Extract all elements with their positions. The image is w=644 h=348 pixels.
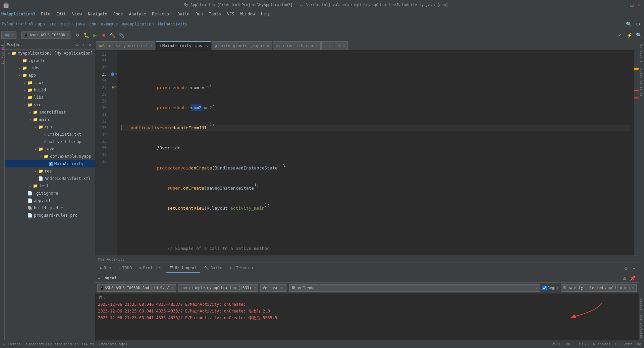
logcat-layout-btn[interactable]: ⊞ bbox=[621, 275, 628, 281]
search-btn[interactable]: 🔍 bbox=[625, 20, 633, 28]
tab-run[interactable]: ▶ Run bbox=[97, 264, 114, 273]
menu-edit[interactable]: Edit bbox=[54, 11, 69, 17]
profiler-btn[interactable]: ⚡ bbox=[625, 31, 633, 39]
settings-btn[interactable]: ⚙ bbox=[634, 20, 642, 28]
tree-item-app[interactable]: ▾ 📁 app bbox=[5, 72, 95, 79]
tree-item-com-example[interactable]: ▾ 📁 com.example.myapp bbox=[5, 153, 95, 160]
tab-close-mainactivity[interactable]: ✕ bbox=[206, 44, 208, 48]
tab-native-lib-cpp[interactable]: © native-lib.cpp ✕ bbox=[273, 41, 321, 50]
tree-item-androidmanifest[interactable]: 📄 AndroidManifest.xml bbox=[5, 175, 95, 182]
menu-build[interactable]: Build bbox=[175, 11, 192, 17]
tab-terminal[interactable]: >_ Terminal bbox=[226, 264, 259, 273]
code-content[interactable]: private double num = 1; private double n… bbox=[117, 50, 634, 256]
maximize-button[interactable]: □ bbox=[629, 2, 635, 8]
tree-item-gradle[interactable]: ▸ 📁 .gradle bbox=[5, 57, 95, 64]
tab-close-activity-main[interactable]: ✕ bbox=[150, 44, 152, 48]
run-btn[interactable]: ▶ bbox=[91, 31, 99, 39]
tab-build[interactable]: 🔨 Build bbox=[201, 264, 226, 273]
log-scroll-up-btn[interactable]: ↑ bbox=[107, 295, 110, 300]
tree-item-native-lib-cpp[interactable]: © native-lib.cpp bbox=[5, 138, 95, 145]
breadcrumb-mainactivity[interactable]: MainActivity bbox=[158, 22, 187, 26]
breadcrumb-java[interactable]: java bbox=[75, 22, 85, 26]
tree-item-cmakelist[interactable]: △ CMakeLists.txt bbox=[5, 131, 95, 138]
module-select[interactable]: app ▼ bbox=[1, 31, 16, 39]
tree-item-java-dir[interactable]: ▾ 📁 java bbox=[5, 145, 95, 153]
tab-logcat[interactable]: ☰ 6: Logcat bbox=[166, 264, 200, 273]
tree-item-mainactivity[interactable]: C MainActivity bbox=[5, 160, 95, 167]
breadcrumb-myapplication[interactable]: myapplication bbox=[122, 22, 154, 26]
tree-item-idea[interactable]: ▸ 📁 .idea bbox=[5, 64, 95, 72]
tab-mainactivity-java[interactable]: J MainActivity.java ✕ bbox=[156, 41, 211, 50]
log-content[interactable]: 🗑 ↓ ↑ 2023-12-06 21:25:08.040 4833-4833/… bbox=[95, 293, 639, 340]
logcat-search-box[interactable]: 🔍 ✕ bbox=[289, 284, 540, 292]
menu-window[interactable]: Window bbox=[238, 11, 258, 17]
stop-btn[interactable]: ■ bbox=[100, 31, 108, 39]
tree-item-cxx[interactable]: ▸ 📁 .cxx bbox=[5, 79, 95, 86]
tree-item-androidtest[interactable]: ▸ 📁 androidTest bbox=[5, 109, 95, 116]
tree-item-main[interactable]: ▾ 📁 main bbox=[5, 116, 95, 123]
menu-file[interactable]: File bbox=[38, 11, 53, 17]
search-everywhere-btn[interactable]: 🔍 bbox=[635, 31, 643, 39]
log-scroll-btn[interactable]: ↓ bbox=[104, 295, 106, 300]
device-file-explorer-tab-vertical[interactable]: Device File Explorer bbox=[639, 297, 644, 340]
build-btn[interactable]: 🔨 bbox=[108, 31, 116, 39]
tree-item-libs[interactable]: ▸ 📁 libs bbox=[5, 94, 95, 101]
status-position[interactable]: 25:1 bbox=[552, 342, 561, 346]
regex-checkbox[interactable] bbox=[542, 286, 547, 290]
debug-btn[interactable]: 🐛 bbox=[82, 31, 90, 39]
tab-close-build-gradle[interactable]: ✕ bbox=[267, 44, 269, 48]
root-toggle[interactable]: ▾ bbox=[6, 52, 11, 55]
tree-item-cpp[interactable]: ▾ 📁 cpp bbox=[5, 123, 95, 131]
status-event-log[interactable]: ℹ 1 Event Log bbox=[614, 342, 641, 346]
structure-tab-vertical[interactable]: Structure bbox=[639, 43, 644, 64]
sidebar-expand-btn[interactable]: ↕ bbox=[81, 42, 86, 48]
logcat-regex-option[interactable]: Regex bbox=[542, 286, 559, 290]
logcat-level-select[interactable]: Verbose ▼ bbox=[260, 284, 287, 292]
menu-analyze[interactable]: Analyze bbox=[126, 11, 149, 17]
menu-tools[interactable]: Tools bbox=[206, 11, 224, 17]
todo-btn[interactable]: ✓ bbox=[616, 31, 624, 39]
tree-item-gitignore[interactable]: 📄 .gitignore bbox=[5, 190, 95, 197]
status-indent[interactable]: 4 spaces bbox=[593, 342, 610, 346]
tab-close-native-lib[interactable]: ✕ bbox=[316, 44, 318, 48]
right-scrollbar[interactable] bbox=[634, 50, 639, 256]
breadcrumb-com[interactable]: com bbox=[89, 22, 97, 26]
tree-item-res[interactable]: ▸ 📁 res bbox=[5, 167, 95, 175]
tab-close-jni[interactable]: ✕ bbox=[343, 44, 345, 48]
tree-item-app-iml[interactable]: 📄 app.iml bbox=[5, 197, 95, 204]
menu-help[interactable]: Help bbox=[258, 11, 273, 17]
status-line-ending[interactable]: CRLF bbox=[565, 342, 574, 346]
log-clear-btn[interactable]: 🗑 bbox=[98, 295, 102, 300]
breadcrumb-src[interactable]: src bbox=[49, 22, 57, 26]
tab-activity-main-xml[interactable]: xml activity_main.xml ✕ bbox=[96, 41, 155, 50]
status-encoding[interactable]: UTF-8 bbox=[578, 342, 589, 346]
close-button[interactable]: ✕ bbox=[636, 2, 641, 8]
build-variants-tab-vertical[interactable]: Build Variants bbox=[639, 67, 644, 98]
sidebar-close-btn[interactable]: ✕ bbox=[88, 42, 93, 48]
tree-item-test[interactable]: ▸ 📁 test bbox=[5, 182, 95, 190]
logcat-show-only-select[interactable]: Show only selected application ▼ bbox=[561, 284, 637, 292]
breadcrumb-example[interactable]: example bbox=[101, 22, 118, 26]
attach-btn[interactable]: 📎 bbox=[117, 31, 125, 39]
logcat-search-input[interactable] bbox=[298, 286, 534, 290]
tree-item-build[interactable]: ▸ 📁 build bbox=[5, 86, 95, 94]
breadcrumb-app[interactable]: app bbox=[38, 22, 45, 26]
tree-item-src[interactable]: ▾ 📁 src bbox=[5, 101, 95, 109]
logcat-device-select[interactable]: 📱 ASUS ASUS_I003DD Android 9, / ▼ bbox=[97, 284, 176, 292]
tree-item-proguard[interactable]: 📄 proguard-rules.pro bbox=[5, 212, 95, 219]
tab-build-gradle[interactable]: g build.gradle (:app) ✕ bbox=[212, 41, 272, 50]
sidebar-settings-btn[interactable]: ⚙ bbox=[74, 42, 79, 48]
menu-view[interactable]: View bbox=[69, 11, 85, 17]
logcat-search-clear-btn[interactable]: ✕ bbox=[535, 286, 538, 290]
menu-run[interactable]: Run bbox=[193, 11, 206, 17]
tree-root[interactable]: ▾ 📁 MyApplication3 [My Application] bbox=[5, 50, 95, 57]
sync-btn[interactable]: ↻ bbox=[73, 31, 82, 39]
logcat-package-select[interactable]: com.example.myapplication (4833) ▼ bbox=[178, 284, 259, 292]
panel-close-btn[interactable]: − bbox=[631, 265, 637, 272]
logcat-pin-btn[interactable]: 📌 bbox=[629, 275, 636, 281]
tab-todo[interactable]: ✓ TODO bbox=[115, 264, 135, 273]
panel-settings-btn[interactable]: ⚙ bbox=[623, 265, 629, 272]
menu-code[interactable]: Code bbox=[111, 11, 126, 17]
minimize-button[interactable]: − bbox=[623, 2, 628, 8]
menu-navigate[interactable]: Navigate bbox=[85, 11, 110, 17]
